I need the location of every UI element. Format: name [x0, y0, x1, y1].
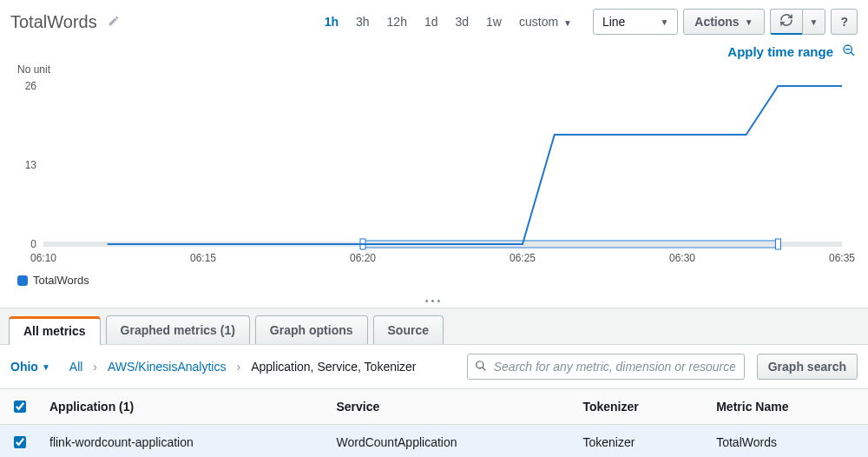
svg-text:0: 0: [30, 238, 36, 250]
svg-line-1: [851, 52, 854, 56]
breadcrumb-namespace[interactable]: AWS/KinesisAnalytics: [108, 360, 226, 374]
chevron-down-icon: ▼: [810, 17, 819, 27]
col-service[interactable]: Service: [326, 389, 572, 425]
tab-graphed-metrics[interactable]: Graphed metrics (1): [106, 315, 250, 344]
breadcrumb-separator: ›: [93, 360, 97, 374]
select-all-header: [0, 389, 39, 425]
svg-text:06:20: 06:20: [350, 252, 376, 264]
chart-type-select[interactable]: Line ▼: [593, 9, 678, 35]
refresh-button-group: ▼: [770, 9, 826, 35]
search-icon: [475, 360, 487, 374]
refresh-button[interactable]: [770, 9, 802, 35]
apply-time-range-row: Apply time range: [0, 42, 868, 63]
top-toolbar: TotalWords 1h 3h 12h 1d 3d 1w custom ▼ L…: [0, 0, 868, 42]
chart-area: No unit 0132606:1006:1506:2006:2506:3006…: [0, 63, 868, 287]
svg-text:06:10: 06:10: [30, 252, 56, 264]
cell-metric: TotalWords: [706, 425, 868, 458]
metric-search-input[interactable]: [492, 359, 737, 374]
time-range-1h[interactable]: 1h: [316, 11, 347, 32]
lower-panel: All metrics Graphed metrics (1) Graph op…: [0, 308, 868, 457]
time-range-3d[interactable]: 3d: [447, 11, 478, 32]
tab-all-metrics[interactable]: All metrics: [9, 316, 101, 345]
page-title: TotalWords: [10, 12, 97, 32]
line-chart[interactable]: 0132606:1006:1506:2006:2506:3006:35: [9, 77, 859, 268]
chart-type-label: Line: [602, 15, 625, 29]
chevron-down-icon: ▼: [563, 18, 572, 28]
time-range-custom[interactable]: custom ▼: [510, 11, 581, 32]
actions-button[interactable]: Actions ▼: [683, 9, 764, 35]
svg-text:06:30: 06:30: [669, 252, 695, 264]
table-row[interactable]: flink-wordcount-application WordCountApp…: [0, 425, 868, 458]
row-select-cell: [0, 425, 39, 458]
svg-text:06:15: 06:15: [190, 252, 216, 264]
time-range-selector: 1h 3h 12h 1d 3d 1w custom ▼: [316, 11, 581, 32]
col-metric-name[interactable]: Metric Name: [706, 389, 868, 425]
time-range-12h[interactable]: 12h: [378, 11, 416, 32]
chevron-down-icon: ▼: [42, 362, 50, 372]
legend-label: TotalWords: [33, 274, 89, 287]
col-tokenizer[interactable]: Tokenizer: [572, 389, 706, 425]
zoom-out-icon[interactable]: [842, 43, 856, 60]
time-range-1d[interactable]: 1d: [416, 11, 447, 32]
cell-application: flink-wordcount-application: [39, 425, 326, 458]
row-checkbox[interactable]: [14, 436, 26, 448]
edit-title-icon[interactable]: [108, 15, 120, 30]
time-range-1w[interactable]: 1w: [477, 11, 510, 32]
svg-text:06:25: 06:25: [510, 252, 536, 264]
legend-swatch: [17, 275, 28, 286]
col-application[interactable]: Application (1): [39, 389, 326, 425]
table-header-row: Application (1) Service Tokenizer Metric…: [0, 389, 868, 425]
time-range-3h[interactable]: 3h: [347, 11, 378, 32]
metrics-table: Application (1) Service Tokenizer Metric…: [0, 389, 868, 457]
graph-search-button[interactable]: Graph search: [757, 354, 858, 380]
help-button[interactable]: ?: [831, 9, 858, 35]
svg-rect-9: [775, 239, 780, 249]
breadcrumb-current: Application, Service, Tokenizer: [251, 360, 416, 374]
refresh-options-button[interactable]: ▼: [802, 9, 826, 35]
refresh-icon: [779, 13, 793, 30]
metric-search[interactable]: [467, 354, 745, 380]
select-all-checkbox[interactable]: [14, 401, 26, 413]
region-label: Ohio: [10, 360, 38, 374]
tab-graph-options[interactable]: Graph options: [255, 315, 368, 344]
svg-text:06:35: 06:35: [829, 252, 855, 264]
breadcrumb-all[interactable]: All: [69, 360, 83, 374]
panel-resize-handle[interactable]: •••: [0, 295, 868, 306]
cell-tokenizer: Tokenizer: [572, 425, 706, 458]
tabs: All metrics Graphed metrics (1) Graph op…: [0, 308, 868, 345]
svg-text:26: 26: [25, 80, 37, 92]
region-select[interactable]: Ohio ▼: [10, 360, 50, 374]
apply-time-range-link[interactable]: Apply time range: [727, 44, 833, 59]
actions-label: Actions: [694, 15, 739, 29]
breadcrumb-separator: ›: [236, 360, 240, 374]
y-axis-unit-label: No unit: [17, 63, 859, 76]
tab-source[interactable]: Source: [373, 315, 444, 344]
chevron-down-icon: ▼: [660, 17, 668, 27]
chart-legend: TotalWords: [17, 274, 859, 287]
chevron-down-icon: ▼: [745, 17, 753, 27]
filter-bar: Ohio ▼ All › AWS/KinesisAnalytics › Appl…: [0, 345, 868, 389]
help-icon: ?: [840, 15, 848, 29]
time-range-custom-label: custom: [519, 15, 558, 29]
svg-text:13: 13: [25, 159, 37, 171]
cell-service: WordCountApplication: [326, 425, 572, 458]
graph-search-label: Graph search: [768, 360, 846, 374]
